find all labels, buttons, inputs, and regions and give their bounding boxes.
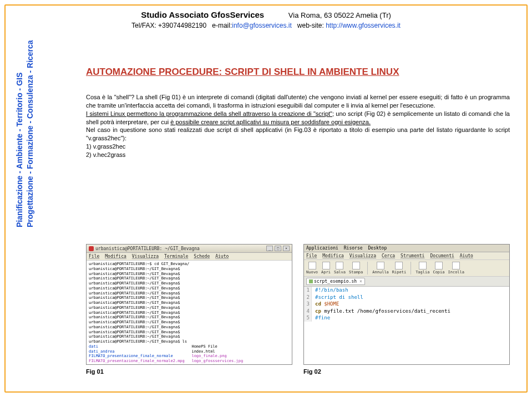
toolbar-copia[interactable]: Copia bbox=[433, 262, 444, 274]
terminal-titlebar: urbanistica@PORTATILEURB: ~/GIT_Bevagna … bbox=[87, 245, 292, 253]
menu-help[interactable]: Aiuto bbox=[460, 253, 473, 258]
terminal-menubar: File Modifica Visualizza Terminale Sched… bbox=[87, 253, 292, 261]
editor-window: Applicazioni Risorse Desktop File Modifi… bbox=[303, 244, 510, 365]
menu-tabs[interactable]: Schede bbox=[194, 254, 210, 259]
terminal-app-icon bbox=[89, 246, 94, 251]
menu-view[interactable]: Visualizza bbox=[132, 254, 159, 259]
toolbar-incolla[interactable]: Incolla bbox=[448, 262, 465, 274]
web-link[interactable]: http://www.gfosservices.it bbox=[326, 22, 401, 29]
menu-edit[interactable]: Modifica bbox=[105, 254, 126, 259]
list-2: 2) v.hec2grass bbox=[86, 151, 125, 158]
para-1-underline2: è possibile creare script apllicativi su… bbox=[170, 119, 371, 125]
toolbar-annulla[interactable]: Annulla bbox=[372, 262, 389, 274]
menu-documents[interactable]: Documenti bbox=[430, 253, 454, 258]
sidebar-line1: Pianificazione - Ambiente - Territorio -… bbox=[15, 73, 24, 227]
figure-01-caption: Fig 01 bbox=[86, 368, 292, 375]
figure-02: Applicazioni Risorse Desktop File Modifi… bbox=[303, 244, 510, 375]
figures-row: urbanistica@PORTATILEURB: ~/GIT_Bevagna … bbox=[86, 244, 510, 375]
editor-body[interactable]: 1#!/bin/bash2#script di shell3cd $HOME4c… bbox=[304, 287, 509, 364]
body-text: Cosa è la "shell"? La shell (Fig 01) è u… bbox=[86, 93, 510, 159]
maximize-button[interactable]: □ bbox=[275, 246, 281, 251]
terminal-body[interactable]: urbanistica@PORTATILEURB:~$ cd GIT_Bevag… bbox=[87, 261, 292, 364]
toolbar-nuovo[interactable]: Nuovo bbox=[306, 262, 318, 274]
menu-file[interactable]: File bbox=[89, 254, 99, 259]
panel-applications[interactable]: Applicazioni bbox=[306, 246, 338, 251]
telfax-value: +390744982190 bbox=[158, 22, 206, 29]
editor-menubar: File Modifica Visualizza Cerca Strumenti… bbox=[304, 252, 509, 260]
menu-edit[interactable]: Modifica bbox=[322, 253, 344, 258]
menu-tools[interactable]: Strumenti bbox=[401, 253, 424, 258]
content-area: AUTOMAZIONE PROCEDURE: SCRIPT DI SHELL I… bbox=[86, 67, 510, 159]
script-file-icon bbox=[309, 279, 313, 283]
menu-file[interactable]: File bbox=[306, 253, 317, 258]
editor-tabbar: scrpt_esempio.sh × bbox=[304, 277, 509, 287]
menu-terminal[interactable]: Terminale bbox=[164, 254, 188, 259]
close-button[interactable]: × bbox=[283, 246, 290, 251]
tab-close-icon[interactable]: × bbox=[359, 279, 362, 284]
web-label: web-site: bbox=[297, 22, 324, 29]
terminal-window: urbanistica@PORTATILEURB: ~/GIT_Bevagna … bbox=[86, 244, 292, 365]
list-1: 1) v.grass2hec bbox=[86, 143, 125, 150]
editor-toolbar: NuovoApriSalvaStampaAnnullaRipetiTagliaC… bbox=[304, 260, 509, 277]
minimize-button[interactable]: _ bbox=[266, 246, 273, 251]
telfax-label: Tel/FAX: bbox=[131, 22, 156, 29]
figure-02-caption: Fig 02 bbox=[303, 368, 510, 375]
toolbar-taglia[interactable]: Taglia bbox=[416, 262, 429, 274]
company-name: Studio Associato GfosServices bbox=[141, 10, 264, 19]
section-title: AUTOMAZIONE PROCEDURE: SCRIPT DI SHELL I… bbox=[86, 67, 510, 78]
menu-help[interactable]: Aiuto bbox=[215, 254, 229, 259]
email-link[interactable]: info@gfosservices.it bbox=[232, 22, 292, 29]
para-1a: Cosa è la "shell"? La shell (Fig 01) è u… bbox=[86, 94, 510, 109]
para-1-underline: I sistemi Linux permettono la programmaz… bbox=[86, 110, 332, 117]
desktop-panel: Applicazioni Risorse Desktop bbox=[304, 245, 509, 252]
sidebar-line2: Progettazione - Formazione - Consulenza … bbox=[25, 40, 36, 227]
panel-desktop[interactable]: Desktop bbox=[368, 246, 387, 251]
email-label: e-mail: bbox=[212, 22, 232, 29]
toolbar-ripeti[interactable]: Ripeti bbox=[392, 262, 406, 274]
menu-view[interactable]: Visualizza bbox=[349, 253, 376, 258]
menu-search[interactable]: Cerca bbox=[382, 253, 395, 258]
terminal-title: urbanistica@PORTATILEURB: ~/GIT_Bevagna bbox=[95, 246, 200, 251]
para-2: Nel caso in questione sono stati realizz… bbox=[86, 126, 510, 141]
panel-resources[interactable]: Risorse bbox=[344, 246, 363, 251]
figure-01: urbanistica@PORTATILEURB: ~/GIT_Bevagna … bbox=[86, 244, 292, 375]
header: Studio Associato GfosServices Via Roma, … bbox=[33, 10, 499, 29]
editor-tab-label: scrpt_esempio.sh bbox=[314, 279, 357, 284]
toolbar-apri[interactable]: Apri bbox=[321, 262, 331, 274]
toolbar-salva[interactable]: Salva bbox=[334, 262, 346, 274]
company-address: Via Roma, 63 05022 Amelia (Tr) bbox=[288, 11, 391, 19]
toolbar-stampa[interactable]: Stampa bbox=[349, 262, 363, 274]
editor-tab[interactable]: scrpt_esempio.sh × bbox=[306, 278, 365, 285]
sidebar-vertical-text: Pianificazione - Ambiente - Territorio -… bbox=[14, 40, 36, 227]
